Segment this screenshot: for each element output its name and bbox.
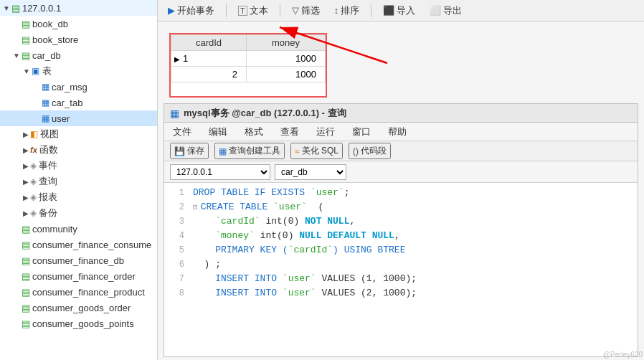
sidebar-label: community: [32, 224, 77, 235]
save-btn[interactable]: 💾 保存: [170, 143, 209, 159]
sidebar-label: user: [52, 113, 70, 124]
text-btn[interactable]: T 文本: [234, 3, 273, 19]
sidebar-label: 表: [42, 65, 52, 77]
sidebar-item-book_store[interactable]: ▤book_store: [0, 32, 157, 47]
sidebar-item-shijian[interactable]: ▶◈事件: [0, 158, 157, 174]
menu-help[interactable]: 帮助: [385, 125, 409, 139]
sidebar-item-consumer_finance_order[interactable]: ▤consumer_finance_order: [0, 268, 157, 284]
code-line[interactable]: 3 `cardId` int(0) NOT NULL,: [164, 214, 638, 229]
sidebar-item-127-expand[interactable]: ▼▤127.0.0.1: [0, 0, 157, 16]
export-label: 导出: [443, 4, 462, 17]
sidebar-item-consumer_goods_points[interactable]: ▤consumer_goods_points: [0, 316, 157, 331]
code-content: DROP TABLE IF EXISTS `user`;: [193, 186, 349, 200]
sidebar-item-consumer_finance_product[interactable]: ▤consumer_finance_product: [0, 284, 157, 300]
database-select[interactable]: car_db: [275, 164, 346, 180]
code-line[interactable]: 8 INSERT INTO `user` VALUES (2, 1000);: [164, 286, 638, 300]
sidebar-item-biao[interactable]: ▼▣表: [0, 63, 157, 79]
generic-icon: ◈: [30, 161, 37, 171]
generic-icon: ◈: [30, 208, 37, 218]
beautify-icon: ≈: [295, 146, 300, 156]
menu-view[interactable]: 查看: [278, 125, 302, 139]
top-toolbar: ▶ 开始事务 T 文本 ▽ 筛选 ↕ 排序 ⬛ 导入 ⬜ 导出: [158, 0, 644, 22]
sidebar-item-consumer_finance_db[interactable]: ▤consumer_finance_db: [0, 252, 157, 268]
filter-btn[interactable]: ▽ 筛选: [288, 3, 324, 19]
beautify-btn[interactable]: ≈ 美化 SQL: [290, 143, 343, 159]
sidebar-item-car_msg[interactable]: ▦car_msg: [0, 79, 157, 95]
db-icon: ▤: [22, 50, 30, 61]
generic-icon: ◈: [30, 176, 37, 186]
sidebar-item-consumer_finance_consume[interactable]: ▤consumer_finance_consume: [0, 237, 157, 252]
table-row[interactable]: 21000: [171, 67, 326, 82]
sidebar-item-beifen[interactable]: ▶◈备份: [0, 205, 157, 221]
table-row[interactable]: ▶11000: [171, 51, 326, 67]
code-line[interactable]: 2⊟CREATE TABLE `user` (: [164, 200, 638, 214]
text-label: 文本: [250, 4, 268, 17]
line-number: 2: [170, 200, 184, 214]
sidebar-item-car_tab[interactable]: ▦car_tab: [0, 95, 157, 110]
tree-toggle: ▶: [23, 209, 29, 217]
sidebar-item-chaxun[interactable]: ▶◈查询: [0, 174, 157, 189]
sidebar-item-shitu[interactable]: ▶◧视图: [0, 126, 157, 142]
money-cell: 1000: [247, 51, 326, 67]
col-header-money: money: [247, 35, 326, 51]
db-icon: ▤: [22, 224, 30, 235]
sidebar-item-consumer_goods_order[interactable]: ▤consumer_goods_order: [0, 300, 157, 316]
query-builder-btn[interactable]: ▦ 查询创建工具: [214, 143, 285, 159]
sidebar-label: 事件: [39, 159, 57, 172]
db-icon: ▤: [11, 3, 20, 14]
tree-toggle: ▼: [23, 67, 30, 75]
separator-2: [280, 4, 280, 17]
menu-format[interactable]: 格式: [242, 125, 266, 139]
tree-toggle: ▶: [23, 162, 29, 170]
code-line[interactable]: 5 PRIMARY KEY (`cardId`) USING BTREE: [164, 243, 638, 257]
start-transaction-label: 开始事务: [177, 4, 214, 17]
code-content: INSERT INTO `user` VALUES (2, 1000);: [193, 286, 417, 300]
col-header-cardid: cardId: [171, 35, 247, 51]
view-icon: ◧: [30, 129, 38, 139]
menu-edit[interactable]: 编辑: [206, 125, 230, 139]
sidebar-label: 视图: [40, 128, 59, 141]
sidebar-item-hanshu[interactable]: ▶fx函数: [0, 142, 157, 158]
play-icon: ▶: [168, 5, 175, 16]
query-builder-label: 查询创建工具: [229, 145, 280, 157]
sidebar-item-baobiao[interactable]: ▶◈报表: [0, 189, 157, 205]
row-indicator-cell: ▶1: [171, 51, 247, 67]
sidebar-item-book_db[interactable]: ▤book_db: [0, 16, 157, 32]
export-btn[interactable]: ⬜ 导出: [425, 3, 466, 19]
import-label: 导入: [397, 4, 415, 17]
snippet-icon: (): [353, 146, 359, 156]
sidebar-item-community[interactable]: ▤community: [0, 221, 157, 237]
menu-file[interactable]: 文件: [170, 125, 194, 139]
tree-toggle: ▶: [23, 131, 29, 138]
code-line[interactable]: 1DROP TABLE IF EXISTS `user`;: [164, 186, 638, 200]
table-icon: ▦: [42, 98, 49, 108]
sidebar-label: consumer_finance_order: [32, 271, 136, 282]
menu-run[interactable]: 运行: [313, 125, 338, 139]
sidebar-label: consumer_goods_points: [32, 318, 134, 329]
sidebar-item-user[interactable]: ▦user: [0, 110, 157, 126]
db-icon: ▤: [22, 303, 30, 313]
menu-window[interactable]: 窗口: [349, 125, 374, 139]
sidebar-label: 127.0.0.1: [22, 3, 61, 14]
code-content: INSERT INTO `user` VALUES (1, 1000);: [193, 272, 417, 286]
code-line[interactable]: 6 ) ;: [164, 257, 638, 272]
query-builder-icon: ▦: [219, 146, 227, 156]
collapse-toggle[interactable]: ⊟: [193, 200, 198, 214]
tree-toggle: ▼: [3, 4, 10, 12]
snippet-btn[interactable]: () 代码段: [349, 143, 391, 159]
query-menubar: 文件 编辑 格式 查看 运行 窗口 帮助: [164, 123, 638, 141]
code-line[interactable]: 7 INSERT INTO `user` VALUES (1, 1000);: [164, 272, 638, 286]
start-transaction-btn[interactable]: ▶ 开始事务: [164, 3, 219, 19]
db-icon: ▤: [22, 240, 30, 250]
code-line[interactable]: 4 `money` int(0) NULL DEFAULT NULL,: [164, 229, 638, 243]
connection-select[interactable]: 127.0.0.1: [170, 164, 270, 180]
table-icon: ▦: [42, 113, 49, 123]
sidebar-item-car_db[interactable]: ▼▤car_db: [0, 47, 157, 63]
line-number: 3: [170, 214, 184, 229]
sidebar-label: consumer_goods_order: [32, 303, 131, 313]
db-icon: ▤: [22, 255, 30, 266]
import-btn[interactable]: ⬛ 导入: [379, 3, 420, 19]
save-label: 保存: [187, 145, 204, 157]
sort-btn[interactable]: ↕ 排序: [330, 3, 364, 19]
code-editor[interactable]: 1DROP TABLE IF EXISTS `user`;2⊟CREATE TA…: [164, 183, 638, 356]
